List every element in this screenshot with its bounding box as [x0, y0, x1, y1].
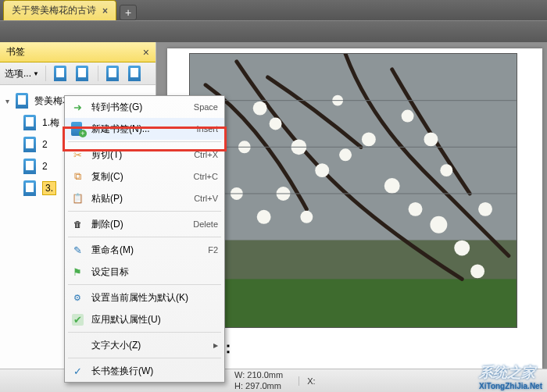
rename-icon — [70, 243, 85, 257]
menu-shortcut: Space — [194, 102, 218, 112]
goto-icon — [70, 100, 85, 114]
bookmark-icon — [14, 92, 31, 109]
paste-icon — [70, 191, 85, 205]
separator — [98, 66, 98, 81]
svg-point-10 — [409, 202, 423, 216]
menu-goto-bookmark[interactable]: 转到书签(G) Space — [65, 96, 224, 118]
check-icon: ✓ — [70, 364, 85, 378]
collapse-icon[interactable]: ▾ — [3, 97, 11, 105]
svg-point-9 — [384, 178, 400, 194]
svg-point-15 — [300, 211, 313, 223]
menu-wrap-long[interactable]: ✓ 长书签换行(W) — [65, 360, 224, 382]
context-menu: 转到书签(G) Space 新建书签(N)... Insert 剪切(T) Ct… — [64, 95, 225, 383]
menu-cut[interactable]: 剪切(T) Ctrl+X — [65, 144, 224, 166]
svg-point-19 — [424, 132, 438, 146]
menu-separator — [68, 332, 221, 333]
menu-shortcut: Delete — [193, 219, 218, 229]
svg-point-7 — [339, 148, 352, 161]
menu-separator — [68, 284, 221, 285]
menu-set-default-props[interactable]: 设置当前属性为默认(K) — [65, 287, 224, 308]
menu-separator — [68, 358, 221, 358]
menu-label: 删除(D) — [91, 218, 187, 231]
menu-label: 设置当前属性为默认(K) — [91, 291, 218, 305]
svg-rect-2 — [190, 279, 517, 327]
close-icon[interactable]: × — [102, 5, 108, 16]
cursor-pos: X: — [299, 376, 315, 386]
tree-label: 3. — [42, 181, 56, 195]
document-tab[interactable]: 关于赞美梅花的古诗 × — [3, 0, 116, 20]
options-label: 选项... — [5, 67, 31, 80]
menu-separator — [68, 211, 221, 212]
menu-delete[interactable]: 删除(D) Delete — [65, 213, 224, 235]
bookmark-icon — [22, 180, 39, 197]
main-toolbar — [0, 20, 547, 42]
svg-point-17 — [440, 164, 452, 176]
menu-new-bookmark[interactable]: 新建书签(N)... Insert — [65, 118, 224, 140]
menu-copy[interactable]: 复制(C) Ctrl+C — [65, 166, 224, 187]
tree-label: 1.梅 — [42, 116, 59, 130]
bookmark-icon — [22, 136, 39, 153]
svg-point-8 — [362, 132, 376, 146]
svg-point-18 — [402, 110, 414, 123]
menu-label: 剪切(T) — [91, 148, 188, 162]
menu-separator — [68, 237, 221, 237]
delete-icon — [70, 217, 85, 231]
watermark: 系统之家 XiTongZhiJia.Net — [479, 363, 542, 390]
menu-label: 新建书签(N)... — [91, 123, 190, 136]
panel-close-icon[interactable]: × — [143, 46, 149, 59]
menu-label: 复制(C) — [91, 170, 188, 184]
new-tab-button[interactable]: + — [120, 5, 137, 20]
panel-header: 书签 × — [0, 42, 156, 62]
menu-label: 转到书签(G) — [91, 101, 188, 114]
copy-icon — [70, 169, 85, 184]
gear-icon — [70, 290, 85, 305]
bookmark-icon — [22, 158, 39, 175]
menu-set-target[interactable]: 设定目标 — [65, 261, 224, 283]
svg-point-12 — [454, 241, 470, 256]
svg-point-22 — [257, 210, 271, 224]
menu-apply-default-props[interactable]: 应用默认属性(U) — [65, 308, 224, 330]
menu-label: 粘贴(P) — [91, 192, 188, 205]
menu-label: 应用默认属性(U) — [91, 313, 218, 326]
svg-point-16 — [478, 202, 492, 216]
menu-shortcut: Ctrl+X — [194, 150, 218, 159]
menu-text-size[interactable]: 文字大小(Z) ▶ — [65, 334, 224, 356]
dropdown-icon: ▼ — [33, 70, 39, 77]
document-image — [189, 53, 517, 328]
target-icon — [70, 265, 85, 279]
watermark-text: 系统之家 — [479, 365, 535, 380]
menu-label: 设定目标 — [91, 265, 218, 279]
separator — [45, 66, 46, 81]
tree-label: 2 — [42, 139, 48, 150]
cut-icon — [70, 148, 85, 162]
svg-point-6 — [315, 163, 329, 177]
tree-label: 2 — [42, 161, 48, 172]
bookmark-icon[interactable] — [74, 65, 91, 82]
menu-rename[interactable]: 重命名(M) F2 — [65, 239, 224, 261]
bookmark-icon — [22, 114, 39, 131]
svg-point-11 — [430, 216, 447, 233]
blank-icon — [70, 338, 85, 352]
menu-separator — [68, 141, 221, 142]
menu-shortcut: Insert — [196, 124, 218, 134]
page-dimensions: W: 210.0mm H: 297.0mm — [234, 370, 283, 390]
menu-shortcut: F2 — [208, 245, 218, 255]
bookmark-icon[interactable] — [52, 65, 70, 82]
menu-paste[interactable]: 粘贴(P) Ctrl+V — [65, 187, 224, 209]
bookmark-icon[interactable] — [127, 65, 144, 82]
menu-label: 长书签换行(W) — [91, 365, 218, 378]
svg-point-3 — [253, 102, 267, 116]
bookmark-icon[interactable] — [105, 65, 122, 82]
menu-shortcut: Ctrl+V — [194, 194, 218, 203]
menu-shortcut: Ctrl+C — [194, 172, 218, 181]
menu-label: 重命名(M) — [91, 244, 202, 257]
menu-label: 文字大小(Z) — [91, 339, 207, 352]
tab-title: 关于赞美梅花的古诗 — [12, 4, 96, 17]
svg-point-23 — [470, 264, 484, 278]
new-bookmark-icon — [70, 122, 85, 136]
tab-bar: 关于赞美梅花的古诗 × + — [0, 0, 547, 20]
options-button[interactable]: 选项... ▼ — [5, 67, 39, 80]
panel-toolbar: 选项... ▼ — [0, 62, 156, 85]
submenu-arrow-icon: ▶ — [213, 342, 218, 349]
panel-title: 书签 — [6, 45, 25, 59]
